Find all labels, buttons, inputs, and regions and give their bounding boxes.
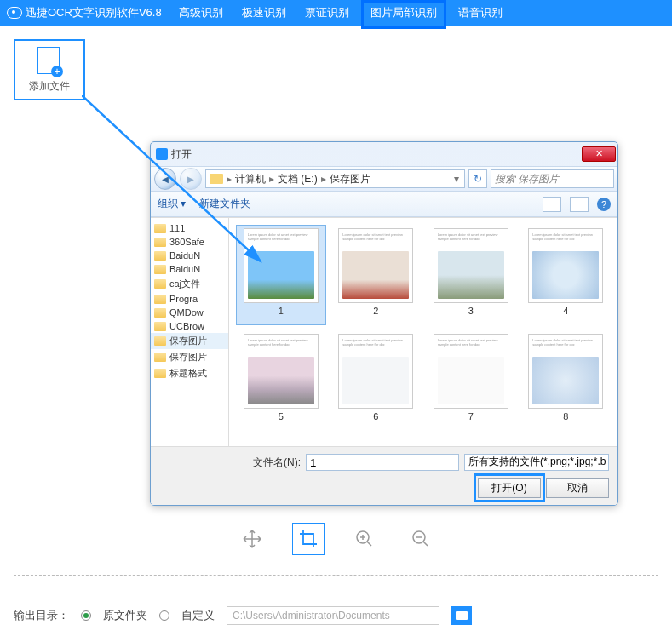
folder-icon (154, 238, 166, 247)
file-thumbnail: Lorem ipsum dolor sit amet text preview … (528, 228, 603, 303)
nav-forward-button[interactable]: ► (180, 168, 202, 190)
dialog-toolbar: 组织 ▾ 新建文件夹 ? (151, 192, 617, 217)
file-label: 1 (279, 306, 284, 316)
file-item[interactable]: Lorem ipsum dolor sit amet text preview … (331, 225, 422, 325)
sidebar-item[interactable]: 360Safe (151, 235, 228, 249)
file-item[interactable]: Lorem ipsum dolor sit amet text preview … (236, 330, 326, 431)
file-label: 8 (563, 411, 568, 421)
sidebar-item[interactable]: BaiduN (151, 262, 228, 276)
file-label: 6 (373, 411, 378, 421)
file-thumbnail: Lorem ipsum dolor sit amet text preview … (434, 228, 508, 303)
refresh-button[interactable]: ↻ (468, 169, 487, 188)
file-thumbnail: Lorem ipsum dolor sit amet text preview … (528, 334, 603, 409)
breadcrumb[interactable]: ▸计算机 ▸文档 (E:) ▸保存图片 ▾ (205, 169, 465, 188)
close-button[interactable]: ✕ (582, 146, 616, 162)
file-item[interactable]: Lorem ipsum dolor sit amet text preview … (521, 330, 612, 431)
folder-icon (154, 353, 166, 362)
radio-original-folder[interactable] (81, 610, 91, 621)
dialog-footer: 文件名(N): 所有支持的文件(*.png;*.jpg;*.b 打开(O) 取消 (151, 446, 617, 505)
menu-advanced[interactable]: 高级识别 (177, 5, 225, 20)
file-thumbnail: Lorem ipsum dolor sit amet text preview … (338, 228, 413, 303)
add-file-label: 添加文件 (29, 79, 70, 94)
radio-custom-folder[interactable] (159, 610, 169, 621)
file-item[interactable]: Lorem ipsum dolor sit amet text preview … (331, 330, 422, 431)
folder-icon (154, 322, 166, 331)
file-label: 3 (468, 306, 474, 316)
file-label: 2 (373, 306, 378, 316)
filename-label: 文件名(N): (253, 456, 301, 470)
file-item[interactable]: Lorem ipsum dolor sit amet text preview … (426, 225, 516, 325)
sidebar-item[interactable]: 保存图片 (151, 333, 228, 349)
file-item[interactable]: Lorem ipsum dolor sit amet text preview … (521, 225, 612, 325)
sidebar-item[interactable]: UCBrow (151, 319, 228, 333)
file-browser: 111360SafeBaiduNBaiduNcaj文件PrograQMDowUC… (151, 217, 617, 446)
sidebar-item[interactable]: 111 (151, 221, 228, 235)
help-icon[interactable]: ? (597, 198, 611, 211)
filetype-filter[interactable]: 所有支持的文件(*.png;*.jpg;*.b (464, 454, 609, 471)
menubar: 迅捷OCR文字识别软件V6.8 高级识别 极速识别 票证识别 图片局部识别 语音… (0, 0, 672, 26)
sidebar-item[interactable]: BaiduN (151, 249, 228, 262)
output-label: 输出目录： (14, 608, 69, 623)
dialog-navbar: ◄ ► ▸计算机 ▸文档 (E:) ▸保存图片 ▾ ↻ 搜索 保存图片 (151, 166, 617, 192)
file-grid[interactable]: Lorem ipsum dolor sit amet text preview … (229, 218, 617, 446)
logo-icon (7, 7, 22, 19)
file-label: 7 (468, 411, 474, 421)
folder-icon (456, 611, 468, 620)
dialog-icon (156, 148, 168, 160)
preview-pane-button[interactable] (570, 197, 589, 212)
file-thumbnail: Lorem ipsum dolor sit amet text preview … (244, 228, 319, 303)
folder-icon (210, 174, 223, 184)
nav-back-button[interactable]: ◄ (154, 168, 176, 190)
folder-icon (154, 295, 166, 304)
folder-icon (154, 224, 166, 233)
image-tools (0, 523, 672, 555)
sidebar-item[interactable]: 标题格式 (151, 365, 228, 381)
output-directory-row: 输出目录： 原文件夹 自定义 (14, 606, 472, 625)
move-tool[interactable] (236, 523, 268, 555)
sidebar-item[interactable]: 保存图片 (151, 349, 228, 365)
file-item[interactable]: Lorem ipsum dolor sit amet text preview … (426, 330, 516, 431)
menu-ticket[interactable]: 票证识别 (303, 5, 351, 20)
search-input[interactable]: 搜索 保存图片 (491, 169, 614, 188)
dialog-title: 打开 (171, 147, 192, 162)
open-button[interactable]: 打开(O) (478, 478, 541, 498)
folder-icon (154, 336, 166, 346)
browse-button[interactable] (451, 606, 472, 625)
sidebar-item[interactable]: QMDow (151, 306, 228, 319)
file-label: 4 (563, 306, 568, 316)
sidebar-item[interactable]: Progra (151, 292, 228, 306)
new-folder-button[interactable]: 新建文件夹 (199, 197, 250, 211)
menu-voice[interactable]: 语音识别 (457, 5, 504, 20)
file-thumbnail: Lorem ipsum dolor sit amet text preview … (338, 334, 413, 409)
folder-icon (154, 369, 166, 378)
folder-tree[interactable]: 111360SafeBaiduNBaiduNcaj文件PrograQMDowUC… (151, 218, 229, 446)
app-logo: 迅捷OCR文字识别软件V6.8 (7, 5, 162, 20)
file-label: 5 (279, 411, 284, 421)
filename-input[interactable] (306, 454, 459, 471)
dialog-titlebar: 打开 ✕ (151, 142, 617, 166)
output-path-input[interactable] (227, 606, 439, 625)
file-item[interactable]: Lorem ipsum dolor sit amet text preview … (236, 225, 326, 325)
zoom-out-tool[interactable] (405, 523, 437, 555)
open-file-dialog: 打开 ✕ ◄ ► ▸计算机 ▸文档 (E:) ▸保存图片 ▾ ↻ 搜索 保存图片… (150, 141, 618, 506)
organize-menu[interactable]: 组织 ▾ (158, 197, 186, 211)
file-thumbnail: Lorem ipsum dolor sit amet text preview … (244, 334, 319, 409)
sidebar-item[interactable]: caj文件 (151, 276, 228, 292)
add-file-icon (37, 47, 61, 76)
cancel-button[interactable]: 取消 (546, 478, 609, 498)
folder-icon (154, 265, 166, 274)
zoom-in-tool[interactable] (348, 523, 381, 555)
file-thumbnail: Lorem ipsum dolor sit amet text preview … (434, 334, 508, 409)
app-title: 迅捷OCR文字识别软件V6.8 (26, 5, 162, 20)
folder-icon (154, 251, 166, 261)
menu-partial-image[interactable]: 图片局部识别 (361, 0, 446, 29)
view-mode-button[interactable] (543, 197, 561, 212)
add-file-button[interactable]: 添加文件 (14, 39, 85, 100)
crop-tool[interactable] (292, 523, 325, 555)
menu-fast[interactable]: 极速识别 (240, 5, 288, 20)
folder-icon (154, 308, 166, 318)
folder-icon (154, 279, 166, 289)
